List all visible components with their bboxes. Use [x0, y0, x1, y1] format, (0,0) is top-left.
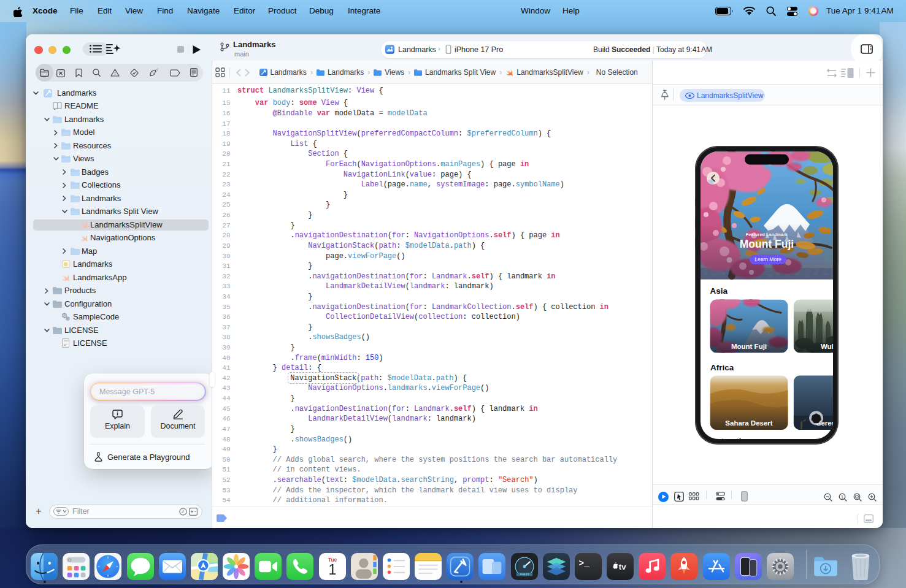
svg-text:1: 1: [841, 494, 843, 498]
svg-text:Featured Landmark: Featured Landmark: [746, 232, 788, 237]
svg-text:Mount Fuji: Mount Fuji: [731, 343, 767, 350]
svg-text:Mount Fuji: Mount Fuji: [740, 238, 794, 250]
svg-text:Africa: Africa: [710, 362, 734, 372]
svg-text:Sahara Desert: Sahara Desert: [725, 419, 773, 427]
svg-text:Learn More: Learn More: [754, 256, 781, 262]
svg-text:Asia: Asia: [710, 286, 727, 295]
svg-text:tv: tv: [619, 562, 626, 571]
